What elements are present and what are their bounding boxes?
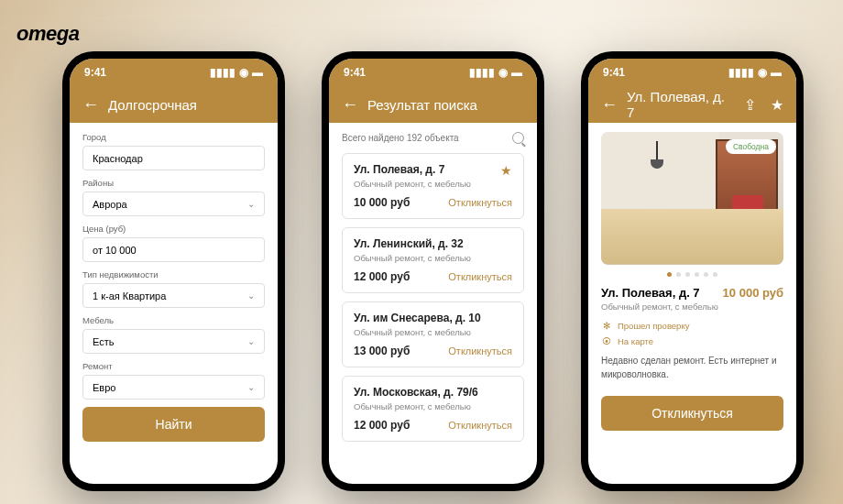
- respond-link[interactable]: Откликнуться: [448, 271, 512, 282]
- district-select[interactable]: Аврора⌄: [82, 192, 265, 216]
- result-address: Ул. Полевая, д. 7: [354, 163, 512, 176]
- header: ← Долгосрочная: [70, 86, 278, 123]
- map-row[interactable]: ⦿ На карте: [601, 336, 783, 346]
- wifi-icon: ◉: [498, 66, 508, 79]
- battery-icon: ▬: [771, 66, 782, 79]
- status-time: 9:41: [603, 66, 625, 79]
- furniture-label: Мебель: [82, 315, 265, 325]
- share-icon[interactable]: ⇪: [744, 96, 756, 114]
- description: Недавно сделан ремонт. Есть интернет и м…: [601, 354, 783, 381]
- status-bar: 9:41 ▮▮▮▮ ◉ ▬: [588, 59, 796, 86]
- price-label: Цена (руб): [82, 224, 265, 234]
- star-icon[interactable]: ★: [500, 163, 512, 178]
- dot-icon[interactable]: [704, 272, 708, 277]
- result-price: 10 000 руб: [354, 196, 410, 209]
- signal-icon: ▮▮▮▮: [728, 66, 754, 79]
- result-subtitle: Обычный ремонт, с мебелью: [354, 401, 512, 411]
- respond-link[interactable]: Откликнуться: [448, 345, 512, 356]
- result-card[interactable]: ★ Ул. Полевая, д. 7 Обычный ремонт, с ме…: [342, 153, 524, 219]
- detail-subtitle: Обычный ремонт, с мебелью: [601, 301, 783, 312]
- status-bar: 9:41 ▮▮▮▮ ◉ ▬: [329, 59, 537, 86]
- status-bar: 9:41 ▮▮▮▮ ◉ ▬: [70, 59, 278, 86]
- status-icons: ▮▮▮▮ ◉ ▬: [210, 66, 263, 79]
- furniture-select[interactable]: Есть⌄: [82, 329, 265, 354]
- header: ← Ул. Полевая, д. 7 ⇪ ★: [588, 86, 796, 123]
- results-count-row: Всего найдено 192 объекта: [342, 132, 524, 144]
- battery-icon: ▬: [252, 66, 263, 79]
- wifi-icon: ◉: [239, 66, 248, 79]
- result-card[interactable]: Ул. Московская, д. 79/6 Обычный ремонт, …: [342, 376, 524, 442]
- detail-content: Свободна Ул. Полевая, д. 7 10 000 руб Об…: [588, 123, 796, 484]
- detail-address: Ул. Полевая, д. 7: [601, 286, 700, 300]
- search-button[interactable]: Найти: [82, 407, 265, 442]
- city-label: Город: [82, 132, 265, 142]
- respond-link[interactable]: Откликнуться: [448, 420, 512, 431]
- page-title: Результат поиска: [367, 97, 524, 113]
- verified-row[interactable]: ✻ Прошел проверку: [601, 321, 783, 331]
- status-icons: ▮▮▮▮ ◉ ▬: [469, 66, 522, 79]
- respond-button[interactable]: Откликнуться: [601, 396, 783, 431]
- result-price: 12 000 руб: [354, 270, 410, 283]
- wifi-icon: ◉: [758, 66, 767, 79]
- dot-icon[interactable]: [685, 272, 690, 277]
- result-address: Ул. им Снесарева, д. 10: [354, 312, 512, 324]
- chevron-down-icon: ⌄: [247, 382, 255, 392]
- check-icon: ✻: [601, 321, 611, 331]
- page-title: Долгосрочная: [108, 97, 265, 113]
- respond-link[interactable]: Откликнуться: [448, 197, 512, 208]
- back-icon[interactable]: ←: [601, 95, 618, 115]
- page-title: Ул. Полевая, д. 7: [627, 89, 729, 120]
- repair-label: Ремонт: [82, 361, 265, 371]
- chevron-down-icon: ⌄: [247, 336, 255, 346]
- chevron-down-icon: ⌄: [247, 199, 255, 209]
- result-subtitle: Обычный ремонт, с мебелью: [354, 327, 512, 337]
- type-label: Тип недвижимости: [82, 269, 265, 279]
- phone-results: 9:41 ▮▮▮▮ ◉ ▬ ← Результат поиска Всего н…: [322, 51, 544, 491]
- favorite-icon[interactable]: ★: [771, 96, 783, 114]
- chevron-down-icon: ⌄: [247, 290, 255, 301]
- back-icon[interactable]: ←: [82, 95, 99, 115]
- battery-icon: ▬: [511, 66, 522, 79]
- status-icons: ▮▮▮▮ ◉ ▬: [728, 66, 782, 79]
- type-select[interactable]: 1 к-ая Квартира⌄: [82, 283, 265, 308]
- dot-icon[interactable]: [676, 272, 681, 277]
- status-badge: Свободна: [726, 139, 776, 154]
- header: ← Результат поиска: [329, 86, 537, 123]
- signal-icon: ▮▮▮▮: [469, 66, 495, 79]
- results-list: Всего найдено 192 объекта ★ Ул. Полевая,…: [329, 123, 537, 484]
- map-label: На карте: [618, 336, 653, 346]
- phone-detail: 9:41 ▮▮▮▮ ◉ ▬ ← Ул. Полевая, д. 7 ⇪ ★ Св…: [581, 51, 804, 491]
- pin-icon: ⦿: [601, 336, 611, 346]
- detail-price: 10 000 руб: [723, 286, 783, 300]
- repair-select[interactable]: Евро⌄: [82, 375, 265, 400]
- results-count: Всего найдено 192 объекта: [342, 133, 459, 143]
- result-address: Ул. Ленинский, д. 32: [354, 237, 512, 250]
- signal-icon: ▮▮▮▮: [210, 66, 235, 79]
- search-icon[interactable]: [512, 132, 524, 144]
- dot-icon[interactable]: [667, 272, 672, 277]
- filter-form: Город Краснодар Районы Аврора⌄ Цена (руб…: [70, 123, 278, 484]
- dot-icon[interactable]: [713, 272, 717, 277]
- result-price: 13 000 руб: [354, 345, 410, 357]
- price-input[interactable]: от 10 000: [82, 237, 265, 262]
- listing-photo[interactable]: Свободна: [601, 132, 783, 265]
- status-time: 9:41: [84, 66, 106, 79]
- district-label: Районы: [82, 178, 265, 188]
- result-card[interactable]: Ул. Ленинский, д. 32 Обычный ремонт, с м…: [342, 227, 524, 293]
- status-time: 9:41: [344, 66, 366, 79]
- city-input[interactable]: Краснодар: [82, 146, 265, 170]
- back-icon[interactable]: ←: [342, 95, 358, 115]
- brand-logo: omega: [16, 22, 79, 46]
- carousel-dots[interactable]: [601, 272, 783, 277]
- verified-label: Прошел проверку: [618, 321, 689, 331]
- phone-filters: 9:41 ▮▮▮▮ ◉ ▬ ← Долгосрочная Город Красн…: [62, 51, 285, 491]
- dot-icon[interactable]: [695, 272, 699, 277]
- result-subtitle: Обычный ремонт, с мебелью: [354, 253, 512, 263]
- result-address: Ул. Московская, д. 79/6: [354, 386, 512, 399]
- result-price: 12 000 руб: [354, 419, 410, 432]
- result-card[interactable]: Ул. им Снесарева, д. 10 Обычный ремонт, …: [342, 301, 524, 367]
- result-subtitle: Обычный ремонт, с мебелью: [354, 179, 512, 189]
